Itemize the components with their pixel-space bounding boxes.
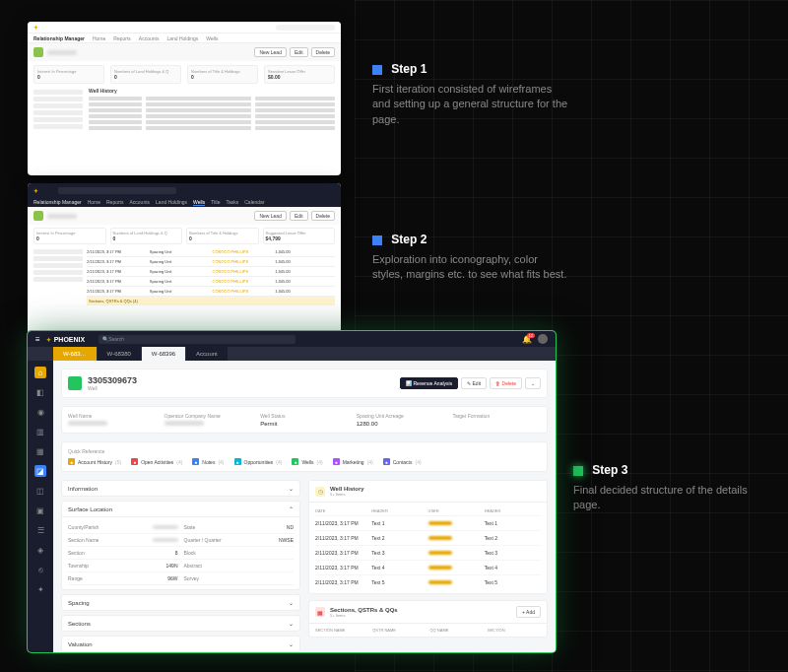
sidebar-settings-icon[interactable]: ✦ — [34, 583, 46, 595]
sidebar-users-icon[interactable]: ◉ — [34, 406, 46, 418]
accordion-surface-location: Surface Location⌃ County/ParishStateNDSe… — [61, 501, 300, 590]
qr-item[interactable]: ●Opportunities(4) — [234, 458, 283, 465]
menu-icon[interactable]: ≡ — [35, 335, 40, 344]
c1-nav: Relationship Manager Home Reports Accoun… — [28, 34, 341, 43]
user-avatar[interactable] — [538, 334, 548, 344]
well-history-row[interactable]: 2/11/2023, 3:17 PMText 3Text 3 — [315, 545, 541, 560]
sidebar-layers-icon[interactable]: ◫ — [34, 485, 46, 497]
accordion-header[interactable]: Valuation⌄ — [62, 637, 299, 651]
notification-badge: 12 — [527, 333, 535, 338]
surface-row: Township149NAbstract — [68, 560, 294, 572]
qr-item[interactable]: ●Account History(5) — [68, 458, 121, 465]
brand-label: PHOENIX — [54, 336, 86, 343]
c1-sidebar — [33, 88, 83, 131]
revenue-analysis-button[interactable]: 📊 Revenue Analysis — [400, 377, 458, 389]
new-lead-button[interactable]: New Lead — [254, 47, 287, 57]
delete-button[interactable]: Delete — [311, 211, 335, 221]
sections-panel: ▦ Sections, QSTRs & QQs5+ Items + Add SE… — [308, 600, 548, 638]
nav-item[interactable]: Wells — [206, 35, 218, 41]
edit-button[interactable]: Edit — [290, 211, 308, 221]
accordion-header[interactable]: Surface Location⌃ — [62, 502, 299, 516]
well-history-row[interactable]: 2/11/2023, 3:17 PMText 1Text 1 — [315, 515, 541, 530]
sidebar-home-icon[interactable]: ⌂ — [34, 367, 46, 378]
more-button[interactable]: ⌄ — [525, 377, 541, 389]
search-input[interactable] — [276, 25, 335, 31]
edit-button[interactable]: Edit — [290, 47, 308, 57]
c3-main: 3305309673 Well 📊 Revenue Analysis ✎ Edi… — [53, 361, 556, 652]
sidebar-grid-icon[interactable]: ▣ — [34, 504, 46, 516]
nav-item[interactable]: Home — [93, 35, 105, 41]
accordion-header[interactable]: Sections⌄ — [62, 616, 299, 631]
accordion-header[interactable]: Information⌄ — [62, 481, 299, 496]
final-details-page: ≡ ✦PHOENIX 🔍 Search 🔔12 W-683… W-68380 W… — [28, 331, 556, 652]
well-history-row[interactable]: 2/11/2023, 3:17 PMText 4Text 4 — [315, 560, 541, 574]
step-3-desc: Final decided structure of the details p… — [573, 483, 770, 513]
sidebar-share-icon[interactable]: ⎋ — [34, 564, 46, 575]
notifications-icon[interactable]: 🔔12 — [522, 335, 532, 344]
qr-item[interactable]: ●Wells(4) — [292, 458, 322, 465]
qr-item[interactable]: ●Notes(4) — [192, 458, 224, 465]
qr-item[interactable]: ●Marketing(4) — [333, 458, 373, 465]
accordion-information: Information⌄ — [61, 480, 300, 497]
sidebar-list-icon[interactable]: ☰ — [34, 524, 46, 536]
c2-table: 2/11/2023, 3:17 PMSpacing UnitCONOCO PHI… — [87, 247, 335, 305]
qr-item[interactable]: ●Open Activities(4) — [131, 458, 182, 465]
well-history-row[interactable]: 2/11/2023, 3:17 PMText 5Text 5 — [315, 574, 541, 589]
well-avatar — [68, 376, 82, 390]
search-input[interactable]: 🔍 Search — [98, 335, 296, 344]
sidebar-well-icon[interactable]: ◪ — [34, 465, 46, 477]
c2-header: ✦ — [28, 183, 341, 197]
nav-item[interactable]: Home — [88, 199, 100, 205]
info-strip: Well Name Operator Company Name Well Sta… — [61, 406, 548, 434]
tab-active-indicator[interactable]: W-683… — [53, 347, 98, 361]
step-2-label: Step 2 Exploration into iconography, col… — [372, 233, 569, 283]
c2-sidebar — [33, 247, 83, 305]
delete-button[interactable]: 🗑 Delete — [490, 377, 522, 389]
well-history-icon: ◷ — [315, 487, 325, 497]
exploration-card-2: ✦ Relationship Manager Home Reports Acco… — [28, 183, 341, 337]
well-header-card: 3305309673 Well 📊 Revenue Analysis ✎ Edi… — [61, 369, 548, 398]
nav-item[interactable]: Accounts — [139, 35, 160, 41]
nav-item[interactable]: Land Holdings — [156, 199, 187, 205]
well-history-panel: ◷ Well History5+ Items DATEHEADERUSERHEA… — [308, 480, 548, 594]
tab[interactable]: W-68380 — [98, 347, 142, 361]
tab[interactable]: Account — [186, 347, 229, 361]
sidebar-map-icon[interactable]: ◈ — [34, 544, 46, 556]
avatar — [33, 47, 43, 57]
search-input[interactable] — [58, 187, 176, 194]
tab-active[interactable]: W-68396 — [142, 347, 186, 361]
sidebar-bank-icon[interactable]: ▦ — [34, 445, 46, 457]
new-lead-button[interactable]: New Lead — [254, 211, 287, 221]
nav-brand: Relationship Manager — [33, 35, 85, 41]
delete-button[interactable]: Delete — [311, 47, 335, 57]
add-button[interactable]: + Add — [516, 606, 541, 618]
surface-row: County/ParishStateND — [68, 521, 294, 534]
sidebar-doc-icon[interactable]: ▥ — [34, 426, 46, 437]
nav-item[interactable]: Land Holdings — [166, 35, 198, 41]
logo-icon: ✦ — [33, 187, 38, 194]
c1-ribbon: New Lead Edit Delete — [28, 43, 341, 61]
well-history-title: Well History — [89, 88, 335, 94]
nav-item[interactable]: Calendar — [244, 199, 264, 205]
sections-footer[interactable]: Sections, QSTRs & QQs (4) — [87, 297, 335, 305]
nav-item[interactable]: Reports — [106, 199, 124, 205]
step-1-label: Step 1 First iteration consisted of wire… — [372, 62, 569, 127]
nav-item[interactable]: Tasks — [226, 199, 238, 205]
quick-reference: Quick Reference ●Account History(5)●Open… — [61, 441, 548, 472]
chevron-down-icon: ⌄ — [289, 620, 294, 627]
accordion-header[interactable]: Spacing⌄ — [62, 595, 299, 610]
step-3-marker — [573, 466, 583, 476]
c2-nav: Relationship Manager Home Reports Accoun… — [28, 197, 341, 207]
surface-row: Section NameQuarter / QuarterNWSE — [68, 534, 294, 547]
nav-item[interactable]: Reports — [113, 35, 131, 41]
phoenix-logo-icon: ✦ — [46, 336, 51, 343]
well-history-row[interactable]: 2/11/2023, 3:17 PMText 2Text 2 — [315, 530, 541, 545]
edit-button[interactable]: ✎ Edit — [461, 377, 487, 389]
chevron-up-icon: ⌃ — [289, 505, 294, 512]
c3-topbar: ≡ ✦PHOENIX 🔍 Search 🔔12 — [28, 331, 556, 347]
qr-item[interactable]: ●Contacts(4) — [383, 458, 422, 465]
sidebar-chart-icon[interactable]: ◧ — [34, 386, 46, 398]
nav-item[interactable]: Title — [211, 199, 220, 205]
nav-item-wells[interactable]: Wells — [193, 199, 205, 206]
nav-item[interactable]: Accounts — [130, 199, 151, 205]
